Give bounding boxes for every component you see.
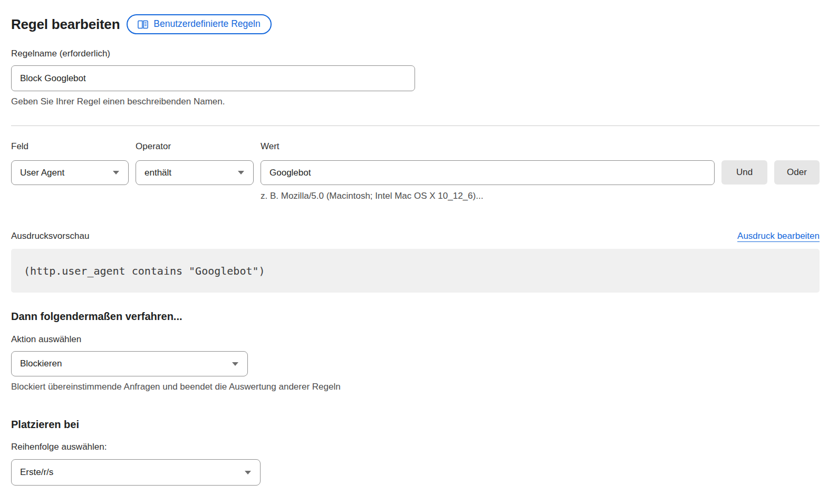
condition-row: Feld Operator Wert User Agent enthält Un…: [11, 141, 820, 201]
rule-name-section: Regelname (erforderlich) Geben Sie Ihrer…: [11, 49, 820, 107]
edit-expression-link[interactable]: Ausdruck bearbeiten: [737, 231, 820, 241]
rule-name-label: Regelname (erforderlich): [11, 49, 820, 59]
order-select[interactable]: Erste/r/s: [11, 459, 261, 486]
placement-section: Platzieren bei Reihenfolge auswählen: Er…: [11, 418, 820, 486]
rule-editor-page: Regel bearbeiten Benutzerdefinierte Rege…: [0, 0, 828, 504]
book-open-icon: [138, 20, 148, 29]
action-label: Aktion auswählen: [11, 334, 820, 345]
rule-name-help: Geben Sie Ihrer Regel einen beschreibend…: [11, 96, 820, 107]
expression-section: Ausdrucksvorschau Ausdruck bearbeiten (h…: [11, 231, 820, 293]
docs-button-label: Benutzerdefinierte Regeln: [153, 20, 260, 29]
or-button[interactable]: Oder: [774, 160, 820, 185]
operator-select[interactable]: enthält: [136, 160, 254, 185]
action-heading: Dann folgendermaßen verfahren...: [11, 310, 820, 323]
expression-preview-label: Ausdrucksvorschau: [11, 231, 89, 241]
operator-select-value: enthält: [145, 168, 171, 178]
title-row: Regel bearbeiten Benutzerdefinierte Rege…: [11, 14, 820, 34]
chevron-down-icon: [238, 171, 244, 175]
action-select-value: Blockieren: [20, 358, 62, 369]
expression-preview-code: (http.user_agent contains "Googlebot"): [11, 249, 820, 293]
operator-label: Operator: [136, 141, 254, 152]
action-section: Dann folgendermaßen verfahren... Aktion …: [11, 310, 820, 392]
field-select[interactable]: User Agent: [11, 160, 129, 185]
value-input[interactable]: [261, 160, 715, 185]
order-label: Reihenfolge auswählen:: [11, 442, 820, 452]
expression-header: Ausdrucksvorschau Ausdruck bearbeiten: [11, 231, 820, 241]
value-label: Wert: [261, 141, 715, 152]
action-help: Blockiert übereinstimmende Anfragen und …: [11, 382, 820, 392]
field-label: Feld: [11, 141, 129, 152]
value-help: z. B. Mozilla/5.0 (Macintosh; Intel Mac …: [261, 191, 715, 201]
page-title: Regel bearbeiten: [11, 16, 120, 33]
field-select-value: User Agent: [20, 168, 64, 178]
chevron-down-icon: [232, 362, 238, 366]
chevron-down-icon: [245, 471, 251, 474]
chevron-down-icon: [113, 171, 119, 175]
action-select[interactable]: Blockieren: [11, 351, 248, 376]
placement-heading: Platzieren bei: [11, 418, 820, 431]
section-divider: [11, 125, 820, 126]
and-button[interactable]: Und: [721, 160, 767, 185]
custom-rules-docs-button[interactable]: Benutzerdefinierte Regeln: [127, 14, 271, 34]
expression-code-text: (http.user_agent contains "Googlebot"): [24, 265, 265, 277]
rule-name-input[interactable]: [11, 65, 415, 91]
order-select-value: Erste/r/s: [20, 467, 53, 478]
